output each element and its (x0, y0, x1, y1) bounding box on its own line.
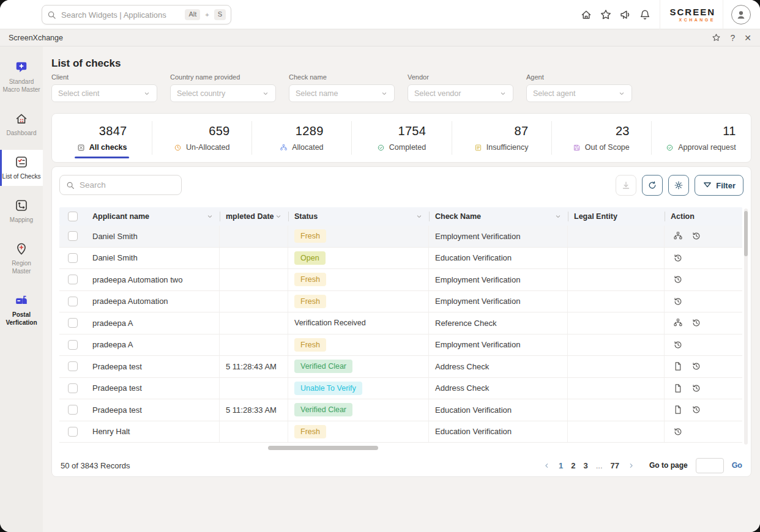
stat-tab[interactable]: 1754 Completed (351, 114, 451, 162)
stat-tab[interactable]: 23 Out of Scope (551, 114, 651, 162)
row-checkbox[interactable] (68, 231, 78, 241)
stat-tab[interactable]: 659 Un-Allocated (152, 114, 251, 162)
filter-select[interactable]: Select agent (526, 84, 632, 102)
action-icon[interactable] (673, 231, 683, 241)
table-row[interactable]: Daniel Smith Open Education Verification (59, 248, 742, 270)
row-checkbox[interactable] (68, 318, 78, 328)
row-checkbox[interactable] (68, 427, 78, 437)
row-checkbox[interactable] (68, 405, 78, 415)
settings-button[interactable] (668, 175, 689, 196)
column-header[interactable]: Legal Entity (568, 207, 665, 226)
sidebar-item[interactable]: Postal Verfication (0, 288, 43, 332)
action-icon[interactable] (691, 231, 701, 241)
page-number[interactable]: 3 (583, 461, 587, 470)
table-row[interactable]: pradeepa Automation two Fresh Employment… (59, 269, 742, 291)
status-badge: Verified Clear (294, 403, 352, 416)
column-header[interactable]: Status (288, 207, 429, 226)
action-icon[interactable] (691, 405, 701, 415)
action-icon[interactable] (691, 383, 701, 393)
close-icon[interactable]: ✕ (744, 34, 751, 42)
select-all-checkbox[interactable] (68, 212, 78, 221)
row-checkbox[interactable] (68, 275, 78, 284)
action-icon[interactable] (673, 383, 683, 393)
action-icon[interactable] (673, 318, 683, 328)
column-header[interactable]: Applicant name (86, 207, 220, 226)
action-icon[interactable] (673, 405, 683, 415)
stat-inner: 87 Insufficiency (474, 124, 529, 152)
download-button[interactable] (616, 175, 636, 196)
next-page-icon[interactable] (627, 462, 635, 470)
favorites-button[interactable] (596, 5, 616, 24)
page-number[interactable]: 77 (611, 461, 619, 470)
action-icon[interactable] (691, 318, 701, 328)
table-row[interactable]: Pradeepa test Unable To Verify Address C… (59, 378, 742, 400)
go-button[interactable]: Go (732, 461, 742, 470)
home-button[interactable] (576, 5, 596, 24)
sidebar-item[interactable]: List of Checks (0, 150, 43, 186)
filter-select[interactable]: Select country (170, 84, 276, 102)
sort-chevron-icon[interactable] (206, 213, 214, 220)
action-icon[interactable] (691, 361, 701, 371)
favorite-window-icon[interactable] (712, 33, 721, 42)
bell-icon (639, 9, 651, 21)
row-checkbox-cell (59, 248, 86, 269)
row-checkbox[interactable] (68, 297, 78, 306)
stat-tab[interactable]: 11 Approval request (651, 114, 751, 162)
action-icon[interactable] (673, 427, 683, 437)
legal-entity-cell (568, 356, 665, 377)
action-icon[interactable] (673, 340, 683, 350)
refresh-button[interactable] (642, 175, 663, 196)
page-number[interactable]: 2 (571, 461, 575, 470)
goto-page-input[interactable] (696, 458, 724, 473)
filter-button[interactable]: Filter (695, 175, 743, 196)
prev-page-icon[interactable] (543, 462, 551, 470)
announcements-button[interactable] (616, 5, 635, 24)
table-search-input[interactable] (80, 180, 175, 190)
completed-date-cell (220, 226, 288, 247)
row-checkbox[interactable] (68, 340, 78, 350)
sidebar-item[interactable]: Standard Macro Master (0, 55, 43, 99)
row-checkbox[interactable] (68, 361, 78, 371)
table-row[interactable]: Pradeepa test 5 11:28:43 AM Verified Cle… (59, 356, 742, 378)
filter-select[interactable]: Select name (289, 84, 395, 102)
table-row[interactable]: pradeepa Automation Fresh Employment Ver… (59, 291, 742, 313)
sidebar-item[interactable]: Dashboard (0, 106, 43, 142)
table-row[interactable]: pradeepa A Verification Received Referen… (59, 312, 742, 334)
sort-chevron-icon[interactable] (275, 213, 282, 220)
action-icon[interactable] (673, 275, 683, 284)
page-number[interactable]: 1 (559, 461, 563, 470)
vertical-scrollbar-thumb[interactable] (744, 211, 748, 256)
column-header[interactable]: Action (665, 207, 742, 226)
notifications-button[interactable] (635, 5, 655, 24)
table-search[interactable] (59, 175, 182, 195)
vertical-scrollbar[interactable] (744, 209, 748, 445)
column-header[interactable]: mpleted Date (220, 207, 288, 226)
sort-chevron-icon[interactable] (415, 213, 423, 220)
page-number[interactable]: ... (596, 461, 603, 470)
sort-chevron-icon[interactable] (554, 213, 562, 220)
help-icon[interactable]: ? (730, 34, 735, 42)
table-row[interactable]: Henry Halt Fresh Education Verification (59, 421, 742, 443)
row-checkbox[interactable] (68, 383, 78, 393)
global-search-input[interactable]: Search Widgets | Applications Alt + S (42, 5, 231, 24)
action-icon[interactable] (673, 361, 683, 371)
sidebar-item[interactable]: Mapping (0, 193, 43, 229)
filter-select[interactable]: Select vendor (408, 84, 513, 102)
status-cell: Open (288, 248, 429, 269)
action-icon[interactable] (673, 253, 683, 263)
action-icon[interactable] (673, 297, 683, 306)
column-header[interactable]: Check Name (429, 207, 568, 226)
filter-select[interactable]: Select client (51, 84, 157, 102)
sidebar-item[interactable]: Region Master (0, 237, 43, 281)
stat-tab[interactable]: 3847 All checks (52, 114, 152, 162)
stat-tab[interactable]: 87 Insufficiency (452, 114, 551, 162)
table-row[interactable]: Daniel Smith Fresh Employment Verificati… (59, 226, 742, 248)
row-checkbox[interactable] (68, 253, 78, 263)
table-row[interactable]: pradeepa A Fresh Employment Verification (59, 334, 742, 357)
column-header-label: Applicant name (92, 212, 149, 221)
stats-card: 3847 All checks 659 Un-Allocated (51, 113, 751, 163)
user-avatar[interactable] (731, 5, 751, 24)
table-row[interactable]: Pradeepa test 5 11:28:33 AM Verified Cle… (59, 399, 742, 421)
stat-tab[interactable]: 1289 Allocated (251, 114, 351, 162)
horizontal-scrollbar-thumb[interactable] (268, 446, 378, 450)
